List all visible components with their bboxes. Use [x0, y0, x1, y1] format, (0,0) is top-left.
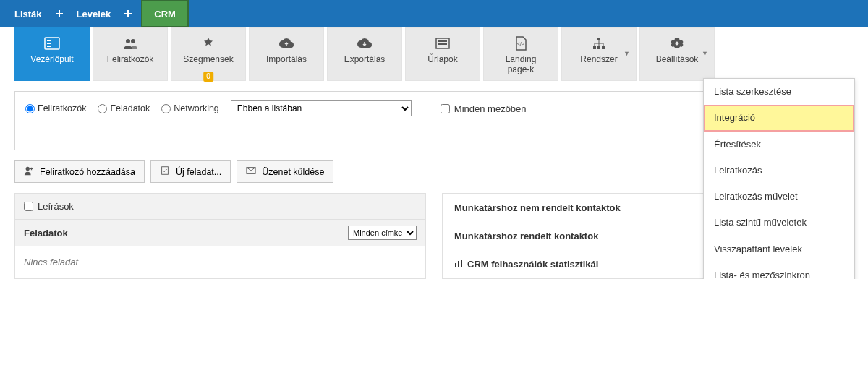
svg-rect-1	[56, 13, 63, 14]
tab-forms-label: Űrlapok	[406, 54, 480, 64]
new-task-button[interactable]: Új feladat...	[150, 160, 231, 183]
tag-filter-select[interactable]: Minden címke	[348, 226, 417, 240]
topbar: Listák Levelek CRM	[0, 0, 868, 27]
tab-dashboard[interactable]: Vezérlőpult	[14, 27, 90, 81]
topbar-listak[interactable]: Listák	[7, 0, 49, 27]
tab-system[interactable]: ▼ Rendszer	[561, 27, 637, 81]
new-task-label: Új feladat...	[176, 167, 221, 177]
sitemap-icon	[562, 35, 636, 51]
add-subscriber-label: Feliratkozó hozzáadása	[40, 167, 135, 177]
svg-point-8	[126, 39, 130, 43]
cloud-up-icon	[250, 35, 323, 51]
radio-networking[interactable]: Networking	[161, 103, 219, 113]
tab-subscribers-label: Feliratkozók	[93, 54, 167, 64]
svg-point-18	[26, 167, 30, 171]
caret-down-icon: ▼	[624, 50, 630, 57]
topbar-levelek[interactable]: Levelek	[69, 0, 119, 27]
tab-segments[interactable]: Szegmensek 0	[171, 27, 246, 81]
form-icon	[406, 35, 480, 51]
no-task-message: Nincs feladat	[15, 246, 425, 278]
dropdown-unsubscribe[interactable]: Leiratkozás	[704, 158, 854, 184]
dropdown-notifications[interactable]: Értesítések	[704, 132, 854, 158]
dropdown-integration[interactable]: Integráció	[704, 105, 854, 131]
radio-subscribers-input[interactable]	[25, 104, 35, 113]
tab-settings[interactable]: ▼ Beállítások	[639, 27, 715, 81]
settings-dropdown: Lista szerkesztése Integráció Értesítése…	[703, 78, 855, 279]
right-unassigned-label: Munkatárshoz nem rendelt kontaktok	[454, 202, 621, 213]
svg-rect-11	[438, 40, 447, 42]
user-plus-icon	[24, 166, 34, 178]
caret-down-icon: ▼	[702, 50, 708, 57]
tab-dashboard-label: Vezérlőpult	[15, 54, 89, 64]
dropdown-sync[interactable]: Lista- és mezőszinkron	[704, 262, 854, 279]
tasks-heading: Feladatok	[24, 228, 68, 239]
svg-rect-17	[602, 46, 605, 49]
tab-import[interactable]: Importálás	[249, 27, 324, 81]
tab-landing-label: Landing page-k	[484, 54, 558, 74]
radio-networking-input[interactable]	[161, 104, 171, 113]
svg-rect-15	[593, 46, 596, 49]
page-code-icon: </>	[484, 35, 558, 51]
send-message-label: Üzenet küldése	[262, 167, 324, 177]
descriptions-label: Leírások	[38, 201, 74, 212]
radio-tasks[interactable]: Feladatok	[98, 103, 150, 113]
svg-rect-7	[47, 46, 51, 47]
envelope-icon	[246, 166, 256, 178]
descriptions-toggle[interactable]: Leírások	[24, 201, 74, 212]
dropdown-bounced[interactable]: Visszapattant levelek	[704, 236, 854, 262]
dropdown-unsubscribe-action[interactable]: Leiratkozás művelet	[704, 184, 854, 210]
main-area: Lista szerkesztése Integráció Értesítése…	[0, 81, 868, 279]
svg-rect-14	[597, 38, 600, 40]
users-icon	[93, 35, 167, 51]
radio-tasks-input[interactable]	[98, 104, 107, 113]
dashboard-icon	[15, 35, 89, 51]
scope-select[interactable]: Ebben a listában	[231, 100, 412, 116]
svg-rect-22	[458, 261, 459, 267]
tab-segments-label: Szegmensek	[171, 54, 245, 64]
segments-badge: 0	[203, 72, 213, 82]
radio-subscribers-label: Feliratkozók	[38, 103, 86, 113]
tab-import-label: Importálás	[250, 54, 323, 64]
descriptions-checkbox[interactable]	[24, 202, 33, 211]
topbar-crm[interactable]: CRM	[141, 0, 189, 27]
radio-subscribers[interactable]: Feliratkozók	[25, 103, 86, 113]
send-message-button[interactable]: Üzenet küldése	[237, 160, 333, 183]
svg-rect-21	[455, 263, 456, 267]
dropdown-edit-list[interactable]: Lista szerkesztése	[704, 79, 854, 105]
svg-rect-5	[47, 40, 51, 41]
gear-icon	[640, 35, 714, 51]
bar-chart-icon	[454, 259, 463, 270]
clipboard-check-icon	[160, 166, 170, 178]
plus-levelek-icon[interactable]	[118, 0, 138, 27]
svg-text:</>: </>	[517, 41, 524, 46]
tab-subscribers[interactable]: Feliratkozók	[93, 27, 168, 81]
svg-rect-23	[461, 260, 462, 267]
add-subscriber-button[interactable]: Feliratkozó hozzáadása	[14, 160, 145, 183]
right-assigned-label: Munkatárshoz rendelt kontaktok	[454, 231, 598, 241]
svg-rect-12	[438, 43, 447, 45]
tab-forms[interactable]: Űrlapok	[405, 27, 480, 81]
tab-row: Vezérlőpult Feliratkozók Szegmensek 0 Im…	[0, 27, 868, 81]
radio-tasks-label: Feladatok	[110, 103, 150, 113]
radio-networking-label: Networking	[174, 103, 219, 113]
right-crm-stats-label: CRM felhasználók statisztikái	[467, 259, 598, 270]
tab-landing[interactable]: </> Landing page-k	[483, 27, 558, 81]
target-icon	[171, 35, 245, 51]
all-fields-checkbox[interactable]	[441, 104, 450, 113]
svg-rect-3	[124, 13, 132, 14]
all-fields-label: Minden mezőben	[454, 103, 527, 114]
svg-rect-16	[597, 46, 600, 49]
left-panel: Leírások Feladatok Minden címke Nincs fe…	[14, 193, 426, 279]
svg-point-9	[131, 39, 135, 43]
tab-export[interactable]: Exportálás	[327, 27, 402, 81]
svg-rect-19	[162, 167, 169, 175]
plus-listak-icon[interactable]	[49, 0, 69, 27]
tab-export-label: Exportálás	[328, 54, 401, 64]
svg-rect-6	[47, 43, 51, 44]
dropdown-list-level-ops[interactable]: Lista szintű műveletek	[704, 210, 854, 236]
cloud-down-icon	[328, 35, 401, 51]
